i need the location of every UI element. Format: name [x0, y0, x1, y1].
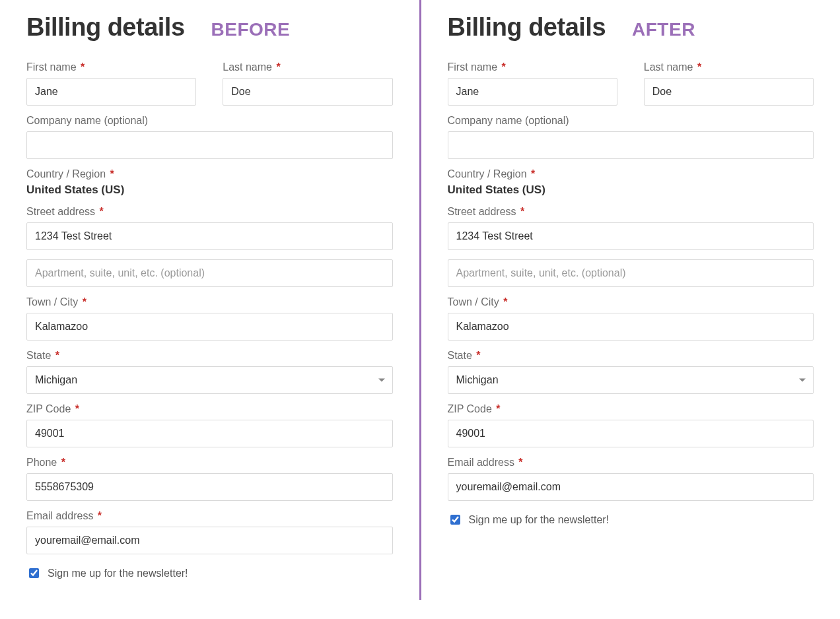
email-label: Email address *	[26, 510, 393, 522]
required-marker: *	[100, 206, 104, 217]
required-marker: *	[503, 296, 507, 308]
newsletter-label: Sign me up for the newsletter!	[48, 568, 188, 579]
billing-title: Billing details	[448, 13, 606, 42]
email-label: Email address *	[448, 457, 814, 469]
required-marker: *	[502, 61, 506, 73]
required-marker: *	[55, 350, 59, 361]
before-tag: BEFORE	[211, 19, 291, 40]
street-field[interactable]	[448, 222, 814, 250]
company-field[interactable]	[26, 131, 393, 159]
street-label: Street address *	[448, 206, 814, 218]
billing-title: Billing details	[26, 13, 185, 42]
billing-panel-before: Billing details BEFORE First name * Last…	[0, 0, 421, 600]
city-label: Town / City *	[448, 296, 814, 308]
chevron-down-icon	[378, 379, 385, 382]
email-field[interactable]	[448, 473, 814, 501]
first-name-field[interactable]	[448, 78, 617, 106]
zip-field[interactable]	[26, 420, 393, 447]
required-marker: *	[496, 403, 500, 414]
city-label: Town / City *	[26, 296, 393, 308]
country-value: United States (US)	[26, 183, 393, 197]
last-name-label: Last name *	[223, 61, 392, 73]
required-marker: *	[476, 350, 480, 361]
required-marker: *	[81, 61, 85, 73]
street2-field[interactable]	[448, 259, 814, 287]
last-name-field[interactable]	[223, 78, 392, 106]
state-select[interactable]: Michigan	[448, 366, 814, 394]
newsletter-label: Sign me up for the newsletter!	[469, 514, 610, 526]
country-label: Country / Region *	[26, 168, 393, 180]
city-field[interactable]	[26, 313, 393, 341]
first-name-field[interactable]	[26, 78, 196, 106]
phone-label: Phone *	[26, 457, 393, 469]
country-label: Country / Region *	[448, 168, 814, 180]
billing-panel-after: Billing details AFTER First name * Last …	[421, 0, 841, 600]
after-tag: AFTER	[632, 19, 695, 40]
street-label: Street address *	[26, 206, 393, 218]
email-field[interactable]	[26, 527, 393, 554]
zip-field[interactable]	[448, 420, 814, 447]
required-marker: *	[75, 403, 79, 414]
zip-label: ZIP Code *	[26, 403, 393, 415]
last-name-field[interactable]	[644, 78, 814, 106]
required-marker: *	[110, 168, 114, 179]
first-name-label: First name *	[26, 61, 196, 73]
zip-label: ZIP Code *	[448, 403, 814, 415]
chevron-down-icon	[799, 379, 806, 382]
city-field[interactable]	[448, 313, 814, 341]
street2-field[interactable]	[26, 259, 393, 287]
company-label: Company name (optional)	[448, 115, 814, 127]
required-marker: *	[61, 457, 65, 468]
state-label: State *	[448, 350, 814, 362]
company-field[interactable]	[448, 131, 814, 159]
state-label: State *	[26, 350, 393, 362]
state-select[interactable]: Michigan	[26, 366, 393, 394]
last-name-label: Last name *	[644, 61, 814, 73]
street-field[interactable]	[26, 222, 393, 250]
required-marker: *	[520, 206, 524, 217]
newsletter-checkbox[interactable]	[450, 515, 460, 525]
required-marker: *	[531, 168, 535, 179]
company-label: Company name (optional)	[26, 115, 393, 127]
required-marker: *	[276, 61, 280, 73]
country-value: United States (US)	[448, 183, 814, 197]
required-marker: *	[518, 457, 522, 468]
newsletter-checkbox[interactable]	[29, 568, 39, 578]
phone-field[interactable]	[26, 473, 393, 501]
required-marker: *	[83, 296, 87, 308]
required-marker: *	[697, 61, 701, 73]
required-marker: *	[98, 510, 102, 521]
first-name-label: First name *	[448, 61, 617, 73]
